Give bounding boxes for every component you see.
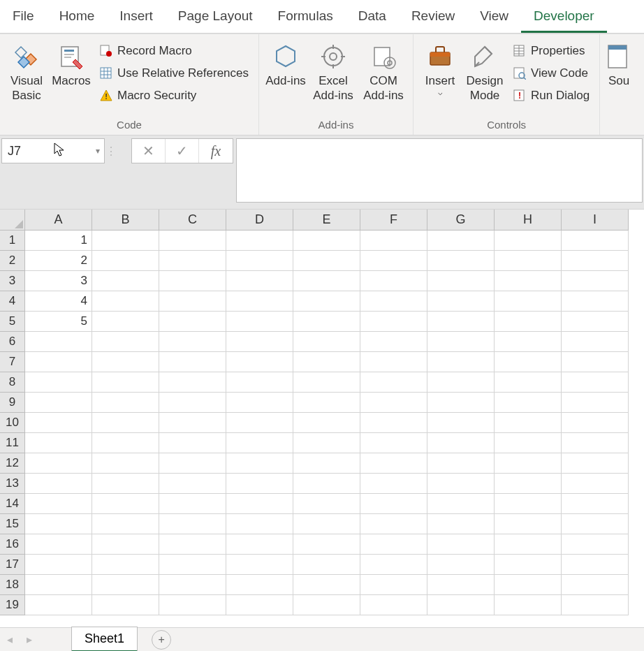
cell[interactable] [562, 271, 629, 291]
cell[interactable]: 2 [25, 251, 92, 271]
cell[interactable] [25, 413, 92, 433]
chevron-down-icon[interactable]: ▾ [96, 146, 100, 156]
cell[interactable] [360, 494, 427, 514]
cell[interactable] [226, 514, 293, 534]
cell[interactable] [92, 555, 159, 575]
cell[interactable] [226, 291, 293, 312]
cell[interactable] [25, 433, 92, 453]
cell[interactable] [25, 555, 92, 575]
cancel-formula-button[interactable]: ✕ [132, 139, 166, 163]
cell[interactable] [25, 595, 92, 615]
cell[interactable] [562, 352, 629, 372]
view-code-button[interactable]: View Code [510, 65, 592, 82]
tab-page-layout[interactable]: Page Layout [166, 1, 265, 33]
cell[interactable] [562, 514, 629, 534]
design-mode-button[interactable]: Design Mode [462, 40, 507, 105]
cell[interactable]: 3 [25, 271, 92, 291]
cell[interactable] [293, 271, 360, 291]
formula-bar[interactable] [236, 138, 643, 203]
column-header[interactable]: G [427, 210, 495, 231]
cell[interactable] [25, 514, 92, 534]
cell[interactable] [92, 494, 159, 514]
cell[interactable] [427, 312, 495, 332]
column-header[interactable]: B [92, 210, 159, 231]
cell[interactable] [159, 332, 226, 352]
cell[interactable] [360, 514, 427, 534]
insert-controls-button[interactable]: Insert⌵ [418, 40, 462, 99]
cell[interactable] [226, 474, 293, 494]
cell[interactable] [159, 271, 226, 291]
cell[interactable] [293, 332, 360, 352]
cell[interactable] [360, 595, 427, 615]
cell[interactable] [159, 514, 226, 534]
cell[interactable] [226, 534, 293, 555]
cell[interactable] [226, 332, 293, 352]
cell[interactable] [293, 352, 360, 372]
tab-formulas[interactable]: Formulas [265, 1, 346, 33]
cell[interactable] [360, 231, 427, 251]
cell[interactable] [226, 413, 293, 433]
cell[interactable] [427, 534, 495, 555]
cell[interactable] [92, 291, 159, 312]
tab-file[interactable]: File [0, 1, 47, 33]
row-header[interactable]: 14 [0, 494, 25, 514]
cell[interactable] [427, 291, 495, 312]
cell[interactable] [427, 474, 495, 494]
cell[interactable] [159, 231, 226, 251]
cell[interactable] [495, 595, 562, 615]
cell[interactable] [226, 555, 293, 575]
cell[interactable]: 4 [25, 291, 92, 312]
cell[interactable] [159, 595, 226, 615]
cell[interactable] [360, 413, 427, 433]
cell[interactable] [226, 312, 293, 332]
cell[interactable] [226, 575, 293, 595]
cell[interactable] [360, 453, 427, 474]
run-dialog-button[interactable]: ! Run Dialog [510, 87, 592, 104]
cell[interactable] [92, 413, 159, 433]
cell[interactable] [293, 231, 360, 251]
cell[interactable] [226, 433, 293, 453]
cell[interactable] [360, 251, 427, 271]
cell[interactable] [427, 555, 495, 575]
cell[interactable] [25, 453, 92, 474]
row-header[interactable]: 6 [0, 332, 25, 352]
cell[interactable] [25, 474, 92, 494]
cell[interactable] [293, 372, 360, 393]
cell[interactable] [360, 534, 427, 555]
cell[interactable] [293, 534, 360, 555]
column-header[interactable]: I [562, 210, 629, 231]
cell[interactable] [495, 453, 562, 474]
macro-security-button[interactable]: ! Macro Security [96, 87, 251, 104]
use-relative-references-button[interactable]: Use Relative References [96, 65, 251, 82]
row-header[interactable]: 13 [0, 474, 25, 494]
cell[interactable] [562, 575, 629, 595]
cell[interactable] [159, 312, 226, 332]
tab-view[interactable]: View [467, 1, 521, 33]
cell[interactable] [159, 291, 226, 312]
row-header[interactable]: 18 [0, 575, 25, 595]
row-header[interactable]: 17 [0, 555, 25, 575]
cell[interactable] [159, 393, 226, 413]
source-button[interactable]: Sou [604, 40, 634, 89]
tab-insert[interactable]: Insert [107, 1, 166, 33]
cell[interactable] [427, 595, 495, 615]
cell[interactable] [25, 352, 92, 372]
cell[interactable] [226, 595, 293, 615]
cell[interactable] [92, 231, 159, 251]
cell[interactable] [293, 413, 360, 433]
cell[interactable] [562, 231, 629, 251]
cell[interactable] [159, 352, 226, 372]
name-box[interactable]: J7 ▾ [1, 138, 105, 163]
com-addins-button[interactable]: COM Add-ins [358, 40, 409, 105]
cell[interactable] [159, 534, 226, 555]
cell[interactable] [159, 494, 226, 514]
sheet-nav-next[interactable]: ▸ [20, 628, 39, 652]
cell[interactable] [293, 312, 360, 332]
cell[interactable] [360, 393, 427, 413]
cell[interactable] [562, 595, 629, 615]
row-header[interactable]: 8 [0, 372, 25, 393]
cell[interactable] [293, 251, 360, 271]
cell[interactable] [495, 291, 562, 312]
cell[interactable] [293, 393, 360, 413]
cell[interactable] [562, 291, 629, 312]
